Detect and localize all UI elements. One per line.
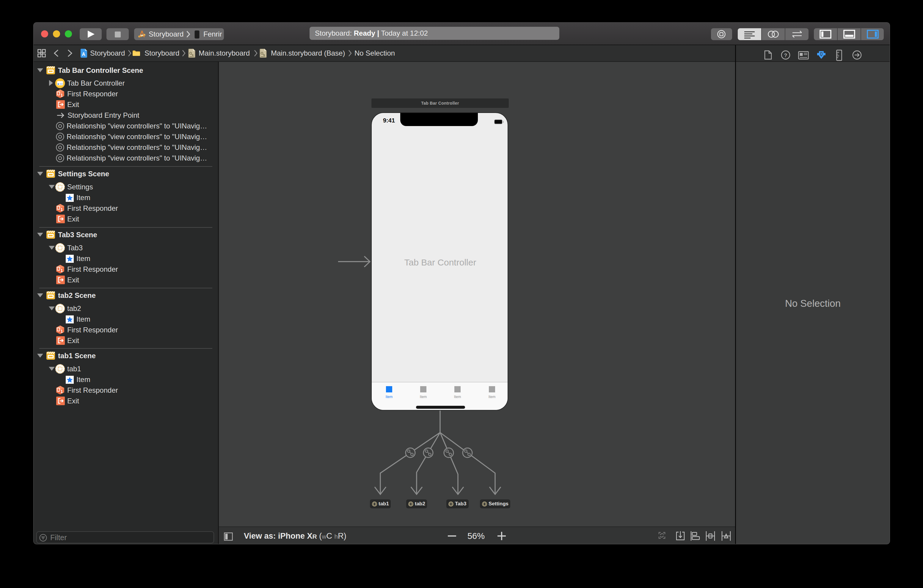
svg-text:?: ? xyxy=(784,53,787,58)
svg-text:1: 1 xyxy=(61,207,63,212)
svg-text:1: 1 xyxy=(61,268,63,273)
svg-text:1: 1 xyxy=(61,93,63,97)
svg-text:1: 1 xyxy=(61,329,63,333)
svg-text:A: A xyxy=(82,52,85,57)
svg-text:1: 1 xyxy=(61,389,63,394)
